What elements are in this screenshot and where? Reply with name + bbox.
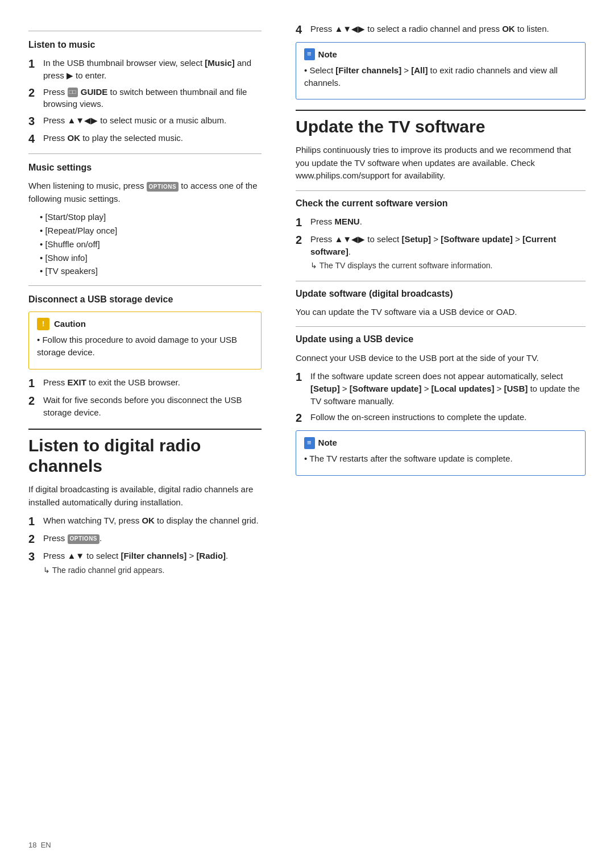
- section-listen-to-music: Listen to music 1 In the USB thumbnail b…: [28, 38, 262, 146]
- digital-radio-step-3: 3 Press ▲▼ to select [Filter channels] >…: [28, 550, 262, 577]
- check-step-1: 1 Press MENU.: [296, 215, 586, 229]
- divider-update-digital: [296, 281, 586, 281]
- digital-radio-step-2: 2 Press OPTIONS.: [28, 532, 262, 546]
- section-music-settings: Music settings When listening to music, …: [28, 161, 262, 277]
- section-update-tv: Update the TV software Philips continuou…: [296, 117, 586, 182]
- section-disconnect-usb: Disconnect a USB storage device ! Cautio…: [28, 293, 262, 418]
- disconnect-steps: 1 Press EXIT to exit the USB browser. 2 …: [28, 376, 262, 419]
- disconnect-step-2: 2 Wait for five seconds before you disco…: [28, 394, 262, 419]
- right-step4: 4 Press ▲▼◀▶ to select a radio channel a…: [296, 23, 586, 36]
- bullet-show-info: [Show info]: [40, 252, 262, 264]
- bullet-start-stop: [Start/Stop play]: [40, 211, 262, 223]
- update-usb-intro: Connect your USB device to the USB port …: [296, 352, 586, 365]
- right-step-4: 4 Press ▲▼◀▶ to select a radio channel a…: [296, 23, 586, 36]
- note-header-2: ≡ Note: [304, 437, 577, 449]
- note-box-1: ≡ Note Select [Filter channels] > [All] …: [296, 42, 586, 99]
- note-label-1: Note: [318, 48, 337, 61]
- digital-radio-steps: 1 When watching TV, press OK to display …: [28, 514, 262, 577]
- note-bullets-1: Select [Filter channels] > [All] to exit…: [304, 64, 577, 89]
- check-software-title: Check the current software version: [296, 197, 586, 210]
- section-digital-radio: Listen to digital radio channels If digi…: [28, 435, 262, 577]
- radio-grid-appears: The radio channel grid appears.: [43, 564, 262, 576]
- music-settings-intro: When listening to music, press OPTIONS t…: [28, 180, 262, 205]
- step-1: 1 In the USB thumbnail browser view, sel…: [28, 57, 262, 82]
- divider-update-usb: [296, 326, 586, 327]
- disconnect-usb-title: Disconnect a USB storage device: [28, 293, 262, 306]
- usb-step-1: 1 If the software update screen does not…: [296, 370, 586, 407]
- caution-label: Caution: [54, 318, 86, 330]
- music-settings-title: Music settings: [28, 161, 262, 174]
- note-icon-1: ≡: [304, 48, 315, 60]
- update-usb-steps: 1 If the software update screen does not…: [296, 370, 586, 425]
- check-step-2: 2 Press ▲▼◀▶ to select [Setup] > [Softwa…: [296, 233, 586, 273]
- software-info-sub: The TV displays the current software inf…: [310, 260, 586, 271]
- big-divider-left: [28, 429, 262, 430]
- digital-radio-intro: If digital broadcasting is available, di…: [28, 483, 262, 509]
- usb-step-2: 2 Follow the on-screen instructions to c…: [296, 411, 586, 425]
- note-box-2: ≡ Note The TV restarts after the softwar…: [296, 430, 586, 476]
- update-tv-title: Update the TV software: [296, 117, 586, 137]
- big-divider-right: [296, 110, 586, 111]
- caution-icon: !: [37, 318, 49, 330]
- update-digital-intro: You can update the TV software via a USB…: [296, 306, 586, 319]
- section-update-usb: Update using a USB device Connect your U…: [296, 333, 586, 425]
- divider-disconnect: [28, 285, 262, 286]
- bullet-shuffle: [Shuffle on/off]: [40, 238, 262, 251]
- right-step4-list: 4 Press ▲▼◀▶ to select a radio channel a…: [296, 23, 586, 36]
- update-digital-title: Update software (digital broadcasts): [296, 287, 586, 300]
- check-software-steps: 1 Press MENU. 2 Press ▲▼◀▶ to select [Se…: [296, 215, 586, 273]
- note-bullet-2: The TV restarts after the software updat…: [304, 452, 577, 465]
- divider-check-software: [296, 190, 586, 191]
- bullet-repeat: [Repeat/Play once]: [40, 225, 262, 237]
- digital-radio-title: Listen to digital radio channels: [28, 435, 262, 476]
- listen-to-music-title: Listen to music: [28, 38, 262, 51]
- step-4: 4 Press OK to play the selected music.: [28, 132, 262, 146]
- note-label-2: Note: [318, 437, 337, 449]
- options-icon-2: OPTIONS: [68, 534, 100, 544]
- note-bullets-2: The TV restarts after the software updat…: [304, 452, 577, 465]
- caution-bullet: Follow this procedure to avoid damage to…: [37, 334, 253, 359]
- options-icon: OPTIONS: [147, 182, 179, 192]
- music-settings-bullets: [Start/Stop play] [Repeat/Play once] [Sh…: [40, 211, 262, 277]
- caution-box: ! Caution Follow this procedure to avoid…: [28, 312, 262, 369]
- update-tv-intro: Philips continuously tries to improve it…: [296, 144, 586, 182]
- bullet-tv-speakers: [TV speakers]: [40, 265, 262, 277]
- update-usb-title: Update using a USB device: [296, 333, 586, 346]
- note-header-1: ≡ Note: [304, 48, 577, 61]
- divider-music-settings: [28, 153, 262, 154]
- step-3: 3 Press ▲▼◀▶ to select music or a music …: [28, 114, 262, 128]
- top-divider-left: [28, 31, 262, 31]
- caution-bullets: Follow this procedure to avoid damage to…: [37, 334, 253, 359]
- caution-header: ! Caution: [37, 318, 253, 330]
- page-number: 18 EN: [28, 840, 51, 851]
- guide-icon: □□: [68, 88, 78, 97]
- note-icon-2: ≡: [304, 437, 315, 449]
- section-update-digital: Update software (digital broadcasts) You…: [296, 287, 586, 319]
- step-2: 2 Press □□ GUIDE to switch between thumb…: [28, 86, 262, 111]
- note-bullet-1: Select [Filter channels] > [All] to exit…: [304, 64, 577, 89]
- disconnect-step-1: 1 Press EXIT to exit the USB browser.: [28, 376, 262, 390]
- listen-to-music-steps: 1 In the USB thumbnail browser view, sel…: [28, 57, 262, 146]
- digital-radio-step-1: 1 When watching TV, press OK to display …: [28, 514, 262, 528]
- section-check-software: Check the current software version 1 Pre…: [296, 197, 586, 273]
